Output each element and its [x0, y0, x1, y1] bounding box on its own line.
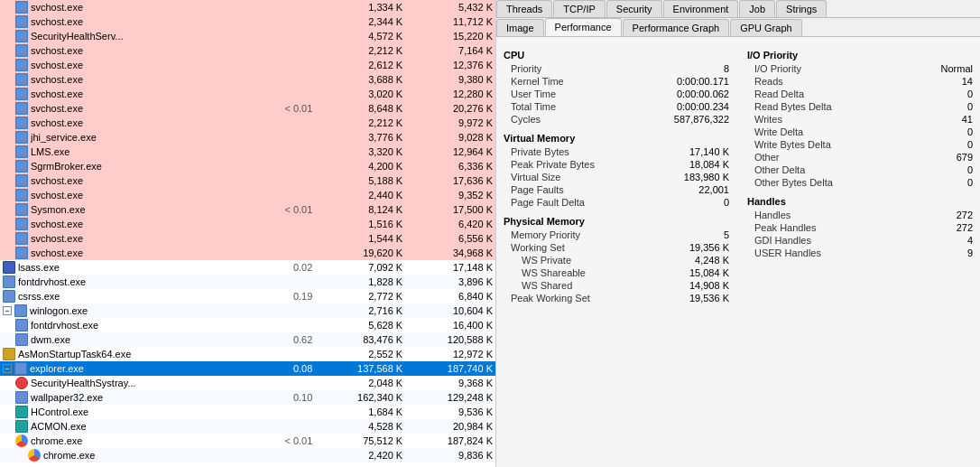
table-row[interactable]: svchost.exe1,334 K5,432 K [0, 0, 495, 14]
process-icon [14, 362, 27, 375]
table-row[interactable]: HControl.exe1,684 K9,536 K [0, 405, 495, 419]
tab-strings[interactable]: Strings [776, 0, 827, 17]
tab-performance[interactable]: Performance [545, 18, 622, 36]
table-row[interactable]: chrome.exe2,420 K9,836 K [0, 448, 495, 462]
table-row[interactable]: fontdrvhost.exe1,828 K3,896 K [0, 275, 495, 289]
mem1-cell: 2,552 K [315, 347, 405, 361]
process-icon [15, 117, 28, 129]
tab-job[interactable]: Job [739, 0, 775, 17]
table-row[interactable]: Sysmon.exe< 0.018,124 K17,500 K [0, 202, 495, 217]
table-row[interactable]: svchost.exe1,544 K6,556 K [0, 231, 495, 246]
process-list[interactable]: svchost.exe1,334 K5,432 Ksvchost.exe2,34… [0, 0, 496, 467]
table-row[interactable]: SecurityHealthServ...4,572 K15,220 K [0, 29, 495, 43]
process-name: svchost.exe [31, 103, 83, 114]
table-row[interactable]: −explorer.exe0.08137,568 K187,740 K [0, 361, 495, 376]
mem1-cell: 19,620 K [315, 246, 405, 260]
tab-environment[interactable]: Environment [663, 0, 739, 17]
table-row[interactable]: svchost.exe19,620 K34,968 K [0, 246, 495, 260]
process-name: SgrmBroker.exe [31, 161, 102, 172]
table-row[interactable]: svchost.exe3,020 K12,280 K [0, 87, 495, 101]
cpu-cell [248, 72, 316, 87]
tab-image[interactable]: Image [496, 19, 544, 36]
table-row[interactable]: svchost.exe2,212 K9,972 K [0, 116, 495, 130]
table-row[interactable]: csrss.exe0.192,772 K6,840 K [0, 289, 495, 304]
memory-priority-value: 5 [657, 229, 729, 240]
mem2-cell: 20,276 K [405, 101, 495, 116]
mem2-cell: 11,712 K [405, 14, 495, 29]
tab-performance-graph[interactable]: Performance Graph [623, 19, 730, 36]
total-time-label: Total Time [504, 101, 556, 112]
tab-gpu-graph[interactable]: GPU Graph [730, 19, 801, 36]
handles-value: 272 [901, 210, 973, 220]
process-icon [15, 73, 28, 86]
mem1-cell: 3,776 K [315, 130, 405, 145]
cpu-cell: < 0.01 [248, 101, 316, 116]
mem2-cell: 12,376 K [405, 58, 495, 72]
page-fault-delta-label: Page Fault Delta [504, 197, 585, 208]
read-delta-value: 0 [901, 89, 973, 99]
table-row[interactable]: dwm.exe0.6283,476 K120,588 K [0, 332, 495, 347]
table-row[interactable]: lsass.exe0.027,092 K17,148 K [0, 260, 495, 275]
working-set-value: 19,356 K [657, 242, 729, 253]
mem2-cell: 9,352 K [405, 188, 495, 202]
mem2-cell: 9,380 K [405, 72, 495, 87]
other-bytes-delta-value: 0 [901, 177, 973, 188]
mem1-cell: 1,516 K [315, 217, 405, 231]
user-time-label: User Time [504, 89, 556, 99]
peak-working-set-label: Peak Working Set [504, 293, 590, 304]
other-value: 679 [901, 152, 973, 163]
tabs-row1[interactable]: ThreadsTCP/IPSecurityEnvironmentJobStrin… [496, 0, 980, 18]
mem1-cell: 1,334 K [315, 0, 405, 14]
table-row[interactable]: svchost.exe2,440 K9,352 K [0, 188, 495, 202]
tree-collapse-icon[interactable]: − [3, 364, 12, 373]
table-row[interactable]: svchost.exe5,188 K17,636 K [0, 173, 495, 188]
table-row[interactable]: svchost.exe2,212 K7,164 K [0, 43, 495, 58]
mem2-cell: 17,500 K [405, 202, 495, 217]
table-row[interactable]: svchost.exe1,516 K6,420 K [0, 217, 495, 231]
other-bytes-delta-row: Other Bytes Delta 0 [747, 176, 973, 189]
table-row[interactable]: fontdrvhost.exe5,628 K16,400 K [0, 318, 495, 332]
mem1-cell: 8,648 K [315, 101, 405, 116]
process-icon [15, 1, 28, 14]
table-row[interactable]: AsMonStartupTask64.exe2,552 K12,972 K [0, 347, 495, 361]
tabs-row2[interactable]: ImagePerformancePerformance GraphGPU Gra… [496, 18, 980, 37]
mem2-cell: 120,588 K [405, 332, 495, 347]
table-row[interactable]: SecurityHealthSystray...2,048 K9,368 K [0, 376, 495, 390]
cycles-value: 587,876,322 [657, 114, 729, 125]
cpu-cell [248, 116, 316, 130]
mem1-cell: 7,092 K [315, 260, 405, 275]
table-row[interactable]: svchost.exe3,688 K9,380 K [0, 72, 495, 87]
process-icon [3, 276, 15, 288]
tree-collapse-icon[interactable]: − [3, 306, 12, 315]
process-icon [15, 131, 28, 144]
table-row[interactable]: jhi_service.exe3,776 K9,028 K [0, 130, 495, 145]
handles-row: Handles 272 [747, 209, 973, 221]
write-bytes-delta-row: Write Bytes Delta 0 [747, 138, 973, 151]
process-icon [15, 333, 28, 346]
tab-security[interactable]: Security [606, 0, 662, 17]
cpu-cell [248, 43, 316, 58]
tab-tcp/ip[interactable]: TCP/IP [553, 0, 605, 17]
page-faults-row: Page Faults 22,001 [504, 183, 729, 196]
tab-threads[interactable]: Threads [496, 0, 552, 17]
table-row[interactable]: chrome.exe< 0.0175,512 K187,824 K [0, 434, 495, 448]
table-row[interactable]: LMS.exe3,320 K12,964 K [0, 145, 495, 159]
table-row[interactable]: svchost.exe< 0.018,648 K20,276 K [0, 101, 495, 116]
mem2-cell: 6,840 K [405, 289, 495, 304]
process-icon [15, 434, 28, 447]
virtual-size-label: Virtual Size [504, 172, 560, 182]
table-row[interactable]: svchost.exe2,612 K12,376 K [0, 58, 495, 72]
process-name: svchost.exe [31, 74, 83, 85]
table-row[interactable]: svchost.exe2,344 K11,712 K [0, 14, 495, 29]
mem1-cell: 4,528 K [315, 419, 405, 434]
cpu-cell: < 0.01 [248, 202, 316, 217]
read-bytes-delta-label: Read Bytes Delta [747, 101, 832, 112]
table-row[interactable]: SgrmBroker.exe4,200 K6,336 K [0, 159, 495, 173]
mem2-cell: 10,604 K [405, 304, 495, 318]
process-name: svchost.exe [31, 219, 83, 229]
table-row[interactable]: ACMON.exe4,528 K20,984 K [0, 419, 495, 434]
table-row[interactable]: −winlogon.exe2,716 K10,604 K [0, 304, 495, 318]
cpu-header: CPU [504, 50, 729, 61]
table-row[interactable]: wallpaper32.exe0.10162,340 K129,248 K [0, 390, 495, 405]
process-name: SecurityHealthServ... [31, 31, 124, 42]
